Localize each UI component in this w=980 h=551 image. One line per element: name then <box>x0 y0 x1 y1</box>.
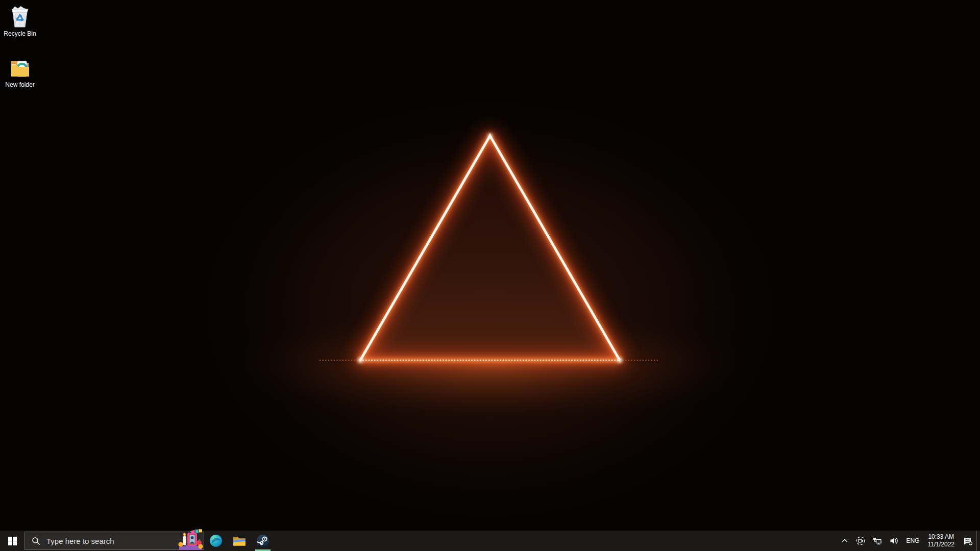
file-explorer-icon <box>233 534 246 547</box>
network-button[interactable] <box>869 531 886 551</box>
start-button[interactable] <box>0 531 24 551</box>
desktop-icon-new-folder[interactable]: New folder <box>0 55 40 88</box>
search-highlights-ofrenda-icon[interactable] <box>178 528 203 550</box>
show-hidden-icons-button[interactable] <box>837 531 852 551</box>
network-ethernet-icon <box>872 536 882 545</box>
action-center-icon <box>963 536 973 546</box>
windows-logo-icon <box>8 537 17 545</box>
taskbar: ENG 10:33 AM 11/1/2022 <box>0 531 980 551</box>
clock-time: 10:33 AM <box>928 533 954 541</box>
desktop-icon-recycle-bin[interactable]: Recycle Bin <box>0 4 40 37</box>
volume-button[interactable] <box>886 531 902 551</box>
desktop-icon-label: New folder <box>0 81 40 88</box>
recycle-bin-icon <box>8 4 32 29</box>
action-center-button[interactable] <box>959 531 976 551</box>
meet-now-button[interactable] <box>852 531 869 551</box>
taskbar-app-file-explorer[interactable] <box>228 531 251 551</box>
search-box[interactable] <box>24 532 204 550</box>
desktop-icon-label: Recycle Bin <box>0 30 40 37</box>
search-icon <box>32 537 40 545</box>
show-desktop-button[interactable] <box>976 531 980 551</box>
taskbar-app-steam[interactable] <box>251 531 275 551</box>
volume-speaker-icon <box>889 536 899 545</box>
taskbar-app-edge[interactable] <box>204 531 228 551</box>
clock-date: 11/1/2022 <box>928 541 955 548</box>
wallpaper-neon-triangle <box>0 0 980 531</box>
language-indicator[interactable]: ENG <box>902 531 923 551</box>
tray-clock[interactable]: 10:33 AM 11/1/2022 <box>923 531 960 551</box>
meet-now-camera-icon <box>856 536 865 545</box>
chevron-up-icon <box>841 537 849 545</box>
desktop: Recycle Bin New folder <box>0 0 980 531</box>
system-tray: ENG 10:33 AM 11/1/2022 <box>837 531 980 551</box>
new-folder-icon <box>8 55 32 80</box>
steam-icon <box>256 534 270 547</box>
edge-icon <box>209 534 223 547</box>
